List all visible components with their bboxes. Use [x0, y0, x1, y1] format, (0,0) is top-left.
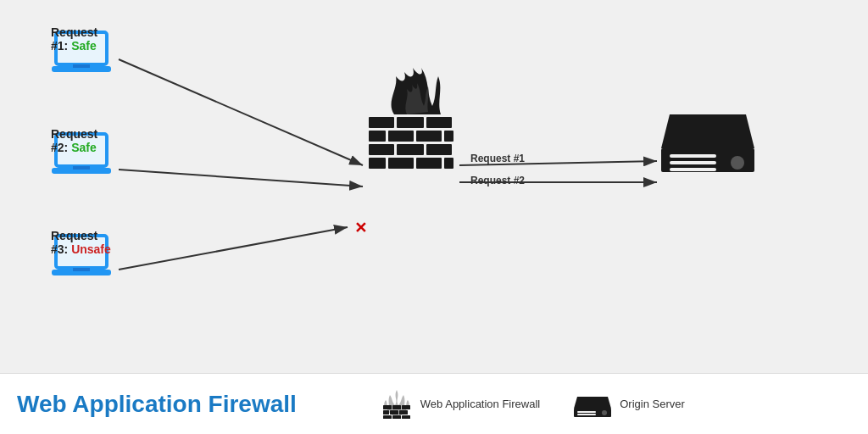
svg-rect-17: [397, 144, 424, 155]
client-1-group: Request #1: Safe: [51, 25, 112, 81]
svg-rect-42: [383, 415, 392, 419]
svg-rect-16: [369, 144, 394, 155]
request-2-label: Request #2: Safe: [51, 127, 112, 154]
passed-request-2-label: Request #2: [470, 175, 525, 186]
blocked-x-mark: ✕: [354, 219, 367, 237]
svg-rect-25: [670, 154, 716, 158]
svg-rect-44: [402, 415, 410, 419]
svg-rect-9: [369, 117, 394, 128]
request-1-label: Request #1: Safe: [51, 25, 112, 53]
firewall-icon-large: [364, 68, 458, 181]
svg-rect-22: [444, 158, 453, 169]
svg-rect-11: [426, 117, 452, 128]
legend-server-icon: [574, 392, 611, 417]
client-2-group: Request #2: Safe: [51, 127, 112, 182]
svg-rect-43: [392, 415, 401, 419]
svg-point-28: [731, 156, 744, 170]
svg-line-32: [119, 170, 363, 186]
svg-rect-37: [392, 405, 401, 409]
svg-rect-18: [426, 144, 452, 155]
svg-rect-36: [383, 405, 392, 409]
request-3-status: Unsafe: [71, 242, 111, 256]
client-3-group: Request #3: Unsafe: [51, 229, 112, 284]
svg-rect-27: [670, 168, 716, 171]
svg-rect-21: [416, 158, 442, 169]
request-3-label: Request #3: Unsafe: [51, 229, 112, 256]
svg-rect-15: [444, 131, 453, 142]
svg-rect-40: [390, 410, 398, 415]
svg-rect-14: [416, 131, 442, 142]
bottom-bar: Web Application Firewall Web Application…: [0, 373, 868, 434]
diagram-area: Request #1: Safe Request #2: Safe Reques…: [0, 0, 868, 373]
svg-rect-2: [73, 64, 90, 68]
svg-marker-23: [661, 114, 754, 148]
legend-firewall: Web Application Firewall: [381, 390, 540, 419]
legend-server-label: Origin Server: [620, 398, 685, 410]
legend-firewall-icon: [381, 390, 412, 419]
request-1-status: Safe: [71, 39, 97, 53]
svg-rect-47: [577, 411, 596, 413]
legend-server: Origin Server: [574, 392, 685, 417]
passed-request-1-label: Request #1: [470, 153, 525, 164]
legend-area: Web Application Firewall Origin Server: [381, 390, 685, 419]
svg-rect-38: [402, 405, 410, 409]
svg-rect-48: [577, 414, 596, 415]
legend-firewall-label: Web Application Firewall: [420, 398, 540, 410]
svg-point-49: [602, 410, 607, 415]
svg-rect-20: [388, 158, 414, 169]
main-title: Web Application Firewall: [17, 391, 331, 418]
svg-rect-19: [369, 158, 386, 169]
svg-line-33: [119, 227, 348, 270]
request-2-status: Safe: [71, 141, 97, 154]
svg-rect-13: [388, 131, 414, 142]
svg-line-31: [119, 59, 363, 165]
svg-rect-26: [670, 161, 716, 164]
svg-rect-5: [73, 166, 90, 170]
server-icon-large: [661, 102, 754, 181]
svg-rect-39: [383, 410, 389, 415]
svg-rect-8: [73, 268, 90, 271]
arrows-overlay: [0, 0, 868, 373]
svg-marker-45: [574, 397, 611, 409]
svg-rect-41: [399, 410, 408, 415]
svg-rect-10: [397, 117, 424, 128]
svg-rect-12: [369, 131, 386, 142]
